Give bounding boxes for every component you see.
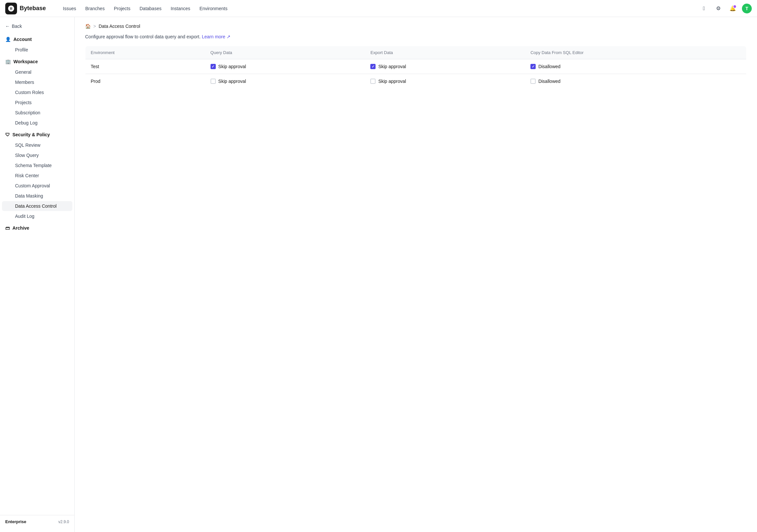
export-data-test-label: Skip approval: [378, 64, 406, 69]
table-row: Test Skip approval Skip approval: [85, 59, 746, 74]
breadcrumb-current: Data Access Control: [99, 24, 140, 29]
nav-links: Issues Branches Projects Databases Insta…: [59, 4, 691, 13]
sidebar-item-data-masking[interactable]: Data Masking: [2, 191, 72, 201]
sidebar-item-custom-approval[interactable]: Custom Approval: [2, 181, 72, 191]
query-data-test: Skip approval: [205, 59, 365, 74]
account-label: Account: [14, 37, 32, 42]
main-content: 🏠 > Data Access Control Configure approv…: [75, 17, 757, 532]
copy-data-test-label: Disallowed: [538, 64, 560, 69]
footer-version: v2.9.0: [58, 519, 69, 524]
export-data-prod-label: Skip approval: [378, 78, 406, 84]
env-test: Test: [85, 59, 205, 74]
col-export-data: Export Data: [365, 46, 525, 59]
user-avatar[interactable]: T: [742, 4, 752, 14]
sidebar-item-slow-query[interactable]: Slow Query: [2, 150, 72, 160]
top-navigation: Bytebase Issues Branches Projects Databa…: [0, 0, 757, 17]
archive-icon: 🗃: [5, 225, 10, 231]
sidebar-item-debug-log[interactable]: Debug Log: [2, 118, 72, 128]
back-button[interactable]: ← Back: [0, 21, 74, 31]
sidebar-item-custom-roles[interactable]: Custom Roles: [2, 87, 72, 97]
app-layout: ← Back 👤 Account Profile 🏢 Workspace Gen…: [0, 17, 757, 532]
sidebar-item-subscription[interactable]: Subscription: [2, 108, 72, 118]
copy-data-prod-label: Disallowed: [538, 78, 560, 84]
sidebar-item-projects[interactable]: Projects: [2, 98, 72, 108]
nav-instances[interactable]: Instances: [167, 4, 194, 13]
env-prod: Prod: [85, 74, 205, 89]
query-data-prod-cell: Skip approval: [211, 78, 360, 84]
copy-data-test-checkbox[interactable]: [530, 64, 536, 69]
sidebar-footer: Enterprise v2.9.0: [0, 515, 74, 528]
terminal-button[interactable]: : [699, 3, 709, 14]
breadcrumb: 🏠 > Data Access Control: [85, 24, 746, 29]
export-data-test-cell: Skip approval: [370, 64, 520, 69]
security-section: 🛡 Security & Policy SQL Review Slow Quer…: [0, 129, 74, 221]
notifications-button[interactable]: 🔔: [728, 3, 738, 14]
query-data-test-checkbox[interactable]: [211, 64, 216, 69]
logo-icon: [5, 3, 17, 15]
page-description: Configure approval flow to control data …: [85, 34, 746, 39]
sidebar-item-risk-center[interactable]: Risk Center: [2, 171, 72, 180]
learn-more-link[interactable]: Learn more ↗: [202, 34, 230, 39]
nav-projects[interactable]: Projects: [110, 4, 135, 13]
data-access-table: Environment Query Data Export Data Copy …: [85, 46, 746, 89]
query-data-prod: Skip approval: [205, 74, 365, 89]
breadcrumb-home[interactable]: 🏠: [85, 24, 91, 29]
query-data-test-label: Skip approval: [218, 64, 246, 69]
copy-data-test: Disallowed: [525, 59, 746, 74]
sidebar-item-audit-log[interactable]: Audit Log: [2, 211, 72, 221]
sidebar-item-members[interactable]: Members: [2, 77, 72, 87]
back-label: Back: [12, 24, 22, 29]
export-data-prod-checkbox[interactable]: [370, 78, 376, 84]
workspace-icon: 🏢: [5, 59, 11, 64]
workspace-label: Workspace: [14, 59, 38, 64]
account-icon: 👤: [5, 37, 11, 42]
query-data-test-cell: Skip approval: [211, 64, 360, 69]
security-section-header: 🛡 Security & Policy: [0, 129, 74, 140]
nav-issues[interactable]: Issues: [59, 4, 80, 13]
sidebar-item-data-access-control[interactable]: Data Access Control: [2, 201, 72, 211]
nav-branches[interactable]: Branches: [81, 4, 109, 13]
archive-label: Archive: [13, 225, 29, 231]
table-header-row: Environment Query Data Export Data Copy …: [85, 46, 746, 59]
query-data-prod-checkbox[interactable]: [211, 78, 216, 84]
sidebar-item-profile[interactable]: Profile: [2, 45, 72, 55]
sidebar: ← Back 👤 Account Profile 🏢 Workspace Gen…: [0, 17, 75, 532]
archive-section-header: 🗃 Archive: [0, 223, 74, 233]
export-data-test-checkbox[interactable]: [370, 64, 376, 69]
workspace-section-header: 🏢 Workspace: [0, 56, 74, 67]
account-section: 👤 Account Profile: [0, 34, 74, 55]
sidebar-item-schema-template[interactable]: Schema Template: [2, 161, 72, 170]
sidebar-item-sql-review[interactable]: SQL Review: [2, 140, 72, 150]
app-logo[interactable]: Bytebase: [5, 3, 46, 15]
settings-button[interactable]: ⚙: [713, 3, 724, 14]
col-copy-data: Copy Data From SQL Editor: [525, 46, 746, 59]
logo-text: Bytebase: [20, 5, 46, 12]
workspace-section: 🏢 Workspace General Members Custom Roles…: [0, 56, 74, 128]
col-environment: Environment: [85, 46, 205, 59]
copy-data-prod-cell: Disallowed: [530, 78, 741, 84]
nav-environments[interactable]: Environments: [196, 4, 231, 13]
copy-data-test-cell: Disallowed: [530, 64, 741, 69]
external-link-icon: ↗: [227, 34, 230, 39]
nav-actions:  ⚙ 🔔 T: [699, 3, 752, 14]
sidebar-item-general[interactable]: General: [2, 67, 72, 77]
export-data-prod-cell: Skip approval: [370, 78, 520, 84]
breadcrumb-separator: >: [93, 24, 96, 29]
footer-plan-label: Enterprise: [5, 519, 26, 524]
table-row: Prod Skip approval Skip approval: [85, 74, 746, 89]
copy-data-prod: Disallowed: [525, 74, 746, 89]
account-section-header: 👤 Account: [0, 34, 74, 45]
export-data-test: Skip approval: [365, 59, 525, 74]
col-query-data: Query Data: [205, 46, 365, 59]
archive-section: 🗃 Archive: [0, 223, 74, 233]
copy-data-prod-checkbox[interactable]: [530, 78, 536, 84]
back-arrow-icon: ←: [5, 24, 10, 29]
query-data-prod-label: Skip approval: [218, 78, 246, 84]
security-icon: 🛡: [5, 132, 10, 137]
export-data-prod: Skip approval: [365, 74, 525, 89]
security-label: Security & Policy: [13, 132, 50, 137]
nav-databases[interactable]: Databases: [136, 4, 166, 13]
